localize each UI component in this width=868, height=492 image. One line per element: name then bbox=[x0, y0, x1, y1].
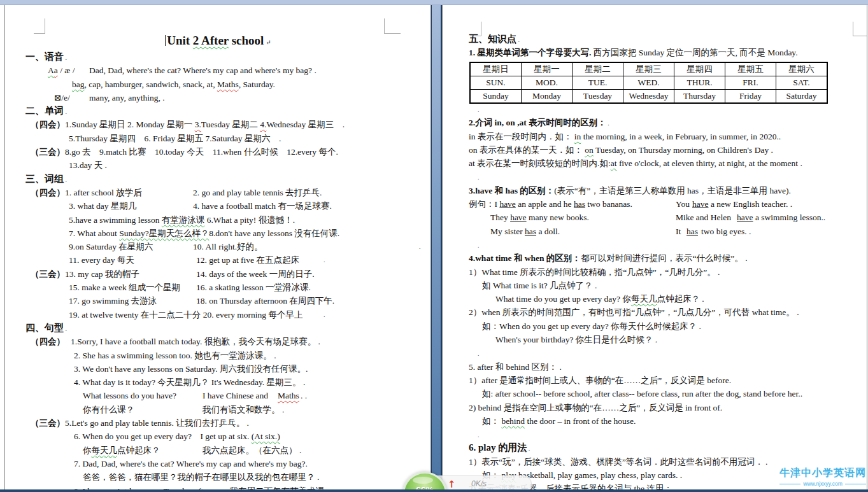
text-segment: in 表示在一段时间内．如： bbox=[469, 132, 574, 141]
text-segment: (At six.) bbox=[252, 432, 280, 441]
text-segment: 11. every day 每天 bbox=[69, 255, 134, 265]
text-segment: 7. What about bbox=[69, 228, 119, 238]
text-segment: 3. We don't have any lessons on Saturday… bbox=[74, 364, 308, 374]
week-table-row: 星期日星期一星期二星期三星期四星期五星期六 bbox=[470, 62, 827, 76]
text-line: 爸爸，爸爸，猫在哪里？我的帽子在哪里以及我的包在哪里？ . bbox=[5, 470, 430, 484]
text-segment: Unit bbox=[167, 34, 193, 47]
page-divider bbox=[430, 4, 442, 492]
text-segment: has bbox=[525, 227, 536, 236]
text-line: 4. What day is it today? 今天星期几？ It's Wed… bbox=[5, 376, 430, 389]
document-page-1[interactable]: Unit 2 After school ↵一、语音 .Aa / æ /Dad, … bbox=[4, 4, 431, 492]
text-segment: . bbox=[606, 120, 609, 127]
text-line: 17. go swimming 去游泳18. on Thursday after… bbox=[5, 294, 430, 307]
text-segment: (表示“有”，主语是第三人称单数用 has，主语是非三单用 have). bbox=[554, 186, 791, 195]
text-line: 6. When do you get up every day? I get u… bbox=[5, 430, 430, 443]
text-segment: （四会） bbox=[31, 337, 65, 346]
text-segment: have bbox=[499, 199, 515, 209]
text-line: 2) behind 是指在空间上或事物的“在……之后”，反义词是 in fron… bbox=[443, 401, 867, 414]
text-segment: an apple and he bbox=[516, 199, 574, 209]
week-table-cell: THUR. bbox=[674, 76, 725, 90]
text-segment: / æ / bbox=[58, 66, 75, 75]
week-table-cell: 星期一 bbox=[522, 62, 573, 76]
text-segment: , cap, hamburger, sandwich, snack, at, bbox=[85, 80, 217, 89]
text-segment: 5. after 和 behind 区别： . bbox=[469, 362, 562, 372]
text-segment: When's your birthday? 你生日是什么时候？ . bbox=[495, 335, 657, 344]
text-segment: many, any, anything, . bbox=[89, 91, 165, 104]
text-segment: 每天几 bbox=[631, 294, 657, 304]
margin-mark-top-left bbox=[34, 18, 45, 34]
text-segment: bag bbox=[72, 80, 85, 89]
text-line: 二、单词 . bbox=[5, 104, 430, 118]
text-segment: . bbox=[64, 108, 67, 115]
text-segment: many new books. bbox=[527, 213, 589, 222]
text-line: 5. after 和 behind 区别： . bbox=[443, 360, 867, 374]
week-table-cell: 星期日 bbox=[470, 62, 522, 76]
text-line: 11. every day 每天12. get up at five 在五点起床… bbox=[5, 253, 430, 267]
text-segment: at 表示在某一时刻或较短的时间内.如: bbox=[469, 158, 611, 168]
text-line: My sister has a doll.It has two big eyes… bbox=[443, 225, 867, 238]
watermark-site-url: www.njxxyy.com bbox=[779, 481, 866, 487]
text-segment: ⊠/e/ bbox=[54, 93, 70, 102]
text-segment: 点钟起床？ . bbox=[657, 294, 704, 304]
text-segment: 2. go and play table tennis 去打乒乓. bbox=[193, 186, 322, 199]
text-line: 6. play 的用法 . bbox=[443, 441, 867, 454]
text-line: 3. what day 星期几4. have a football match … bbox=[5, 199, 430, 213]
text-segment: 8.don't have any lessons 没有任何课. bbox=[209, 228, 339, 238]
weekdays-table: 星期日星期一星期二星期三星期四星期五星期六SUN.MOD.TUE.WED.THU… bbox=[469, 62, 828, 104]
week-table-cell: Friday bbox=[725, 90, 776, 104]
text-segment: . bbox=[64, 176, 67, 183]
text-segment: 1）What time 所表示的时间比较精确，指“几点钟”，“几时几分”。 . bbox=[469, 267, 720, 277]
text-line: 1）What time 所表示的时间比较精确，指“几点钟”，“几时几分”。 . bbox=[443, 265, 867, 279]
text-segment: 西方国家把 Sunday 定位一周的第一天, 而不是 Monday. bbox=[591, 48, 797, 57]
text-segment: 每天几 bbox=[92, 446, 118, 455]
text-segment: Wednesday 星期三 . bbox=[266, 120, 345, 129]
text-segment: a new English teacher. . bbox=[711, 197, 792, 211]
document-page-2[interactable]: 五、知识点 .1. 星期类单词第一个字母要大写. 西方国家把 Sunday 定位… bbox=[442, 4, 867, 492]
text-line: 9.on Saturday 在星期六10. All right.好的。. bbox=[5, 240, 430, 253]
text-segment: 例句：I bbox=[469, 199, 499, 209]
text-line: （三会）13. my cap 我的帽子14. days of the week … bbox=[5, 267, 430, 281]
text-segment: . bbox=[478, 174, 480, 181]
text-segment: . . bbox=[301, 389, 307, 402]
text-segment: What lessons do you have? bbox=[83, 391, 176, 400]
text-segment: 2. She has a swimming lesson too. 她也有一堂游… bbox=[74, 351, 276, 360]
text-segment: 5.Thursday 星期四 6. Friday 星期五 7.Saturday … bbox=[69, 134, 281, 143]
text-line: （三会）8.go 去 9.match 比赛 10.today 今天 11.whe… bbox=[5, 145, 430, 158]
text-segment: Maths bbox=[217, 80, 239, 89]
text-segment: , Saturday. bbox=[239, 80, 275, 89]
upload-arrow-icon: ↑ bbox=[448, 479, 456, 490]
text-line: 7. Dad, Dad, where's the cat? Where's my… bbox=[5, 457, 430, 470]
text-segment: Dad, Dad, where's the cat? Where's my ca… bbox=[89, 64, 317, 77]
text-segment: 10. All right.好的。 bbox=[193, 240, 263, 253]
text-segment: I have Chinese and bbox=[203, 389, 268, 402]
text-line: 三、词组 . bbox=[5, 172, 430, 186]
margin-mark-top-left bbox=[470, 22, 481, 36]
text-segment: ↵ bbox=[264, 39, 271, 46]
text-segment: 我们有语文和数学。 . bbox=[203, 403, 284, 416]
text-segment: 四、句型 bbox=[25, 323, 64, 333]
text-line: （四会）1. after school 放学后2. go and play ta… bbox=[5, 186, 430, 199]
text-segment: has bbox=[687, 225, 698, 238]
text-segment: 如: after school-- before school, after c… bbox=[482, 389, 802, 398]
text-segment: 14. days of the week 一周的日子. bbox=[196, 267, 315, 281]
text-line: 你有什么课？我们有语文和数学。 . bbox=[5, 403, 430, 416]
text-line: on 表示在具体的某一天．如： on Tuesday, on Thursday … bbox=[443, 143, 867, 157]
page2-intro-text: 五、知识点 .1. 星期类单词第一个字母要大写. 西方国家把 Sunday 定位… bbox=[443, 32, 867, 60]
text-line: 13.day 天 . bbox=[5, 158, 430, 172]
text-segment: . bbox=[324, 253, 325, 267]
text-segment: has bbox=[574, 199, 585, 209]
text-segment: They bbox=[490, 213, 510, 222]
text-segment: 如 What time is it? 几点钟了？ . bbox=[482, 281, 597, 290]
week-table-cell: Monday bbox=[522, 90, 573, 104]
week-table-row: SUN.MOD.TUE.WED.THUR.FRI.SAT. bbox=[470, 76, 827, 90]
text-segment: . bbox=[516, 36, 520, 43]
text-segment: （三会） bbox=[31, 147, 65, 157]
text-line: 五、知识点 . bbox=[443, 32, 867, 46]
text-segment: 一、语音 bbox=[25, 52, 64, 62]
text-segment: . bbox=[478, 350, 480, 357]
margin-mark-top-right bbox=[384, 18, 401, 34]
text-segment: . bbox=[478, 242, 480, 249]
text-segment: have bbox=[737, 211, 753, 224]
text-line: 3.have 和 has 的区别：(表示“有”，主语是第三人称单数用 has，主… bbox=[443, 184, 867, 197]
week-table-cell: TUE. bbox=[573, 76, 623, 90]
